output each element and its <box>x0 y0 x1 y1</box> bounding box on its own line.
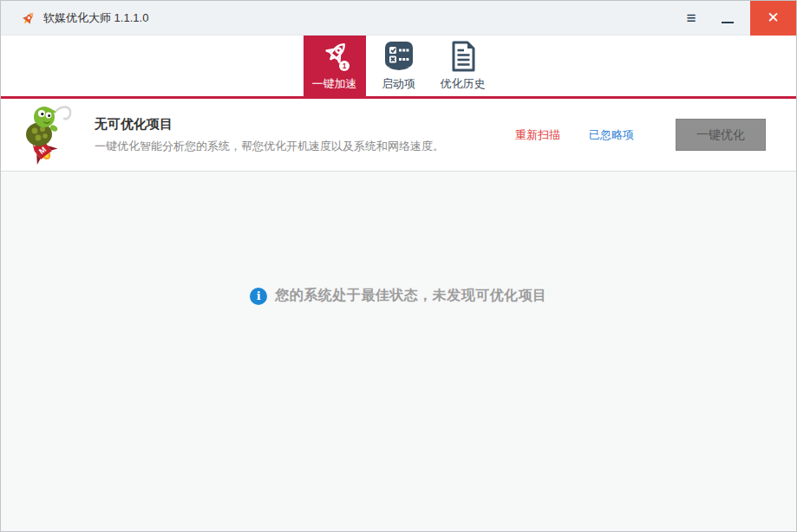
minimize-button[interactable] <box>710 1 745 36</box>
status-description: 一键优化智能分析您的系统，帮您优化开机速度以及系统和网络速度。 <box>95 139 444 154</box>
status-header: M 无可优化项目 一键优化智能分析您的系统，帮您优化开机速度以及系统和网络速度。… <box>1 99 796 172</box>
app-logo-rocket-icon <box>21 10 36 26</box>
empty-state: i 您的系统处于最佳状态，未发现可优化项目 <box>1 287 796 305</box>
title-bar: 软媒优化大师 1.1.1.0 ≡ ✕ <box>1 1 796 36</box>
hamburger-icon: ≡ <box>686 9 696 28</box>
minimize-icon <box>722 22 734 23</box>
empty-state-message: 您的系统处于最佳状态，未发现可优化项目 <box>275 287 547 305</box>
info-icon: i <box>250 288 267 305</box>
menu-button[interactable]: ≡ <box>674 1 709 36</box>
tab-startup-items[interactable]: 启动项 <box>368 36 430 96</box>
rocket-boost-icon: 1 <box>317 36 353 77</box>
tab-label: 启动项 <box>382 77 415 90</box>
close-icon: ✕ <box>767 9 779 27</box>
rescan-link[interactable]: 重新扫描 <box>515 127 560 143</box>
startup-checklist-icon <box>382 36 416 77</box>
tab-badge-count: 1 <box>342 62 346 70</box>
one-click-optimize-button[interactable]: 一键优化 <box>676 119 766 151</box>
tab-optimize-history[interactable]: 优化历史 <box>432 36 494 96</box>
close-button[interactable]: ✕ <box>750 1 796 36</box>
tab-quick-boost[interactable]: 1 一键加速 <box>304 36 366 96</box>
tab-label: 优化历史 <box>441 77 486 90</box>
window-title: 软媒优化大师 1.1.1.0 <box>43 10 148 26</box>
status-title: 无可优化项目 <box>95 116 444 133</box>
header-actions: 重新扫描 已忽略项 一键优化 <box>515 119 796 151</box>
nav-bar: 1 一键加速 启动项 <box>1 36 796 96</box>
history-document-icon <box>446 36 480 77</box>
turtle-rocket-mascot: M <box>18 102 81 168</box>
ignored-items-link[interactable]: 已忽略项 <box>589 127 634 143</box>
tab-label: 一键加速 <box>312 77 357 90</box>
header-text-block: 无可优化项目 一键优化智能分析您的系统，帮您优化开机速度以及系统和网络速度。 <box>95 116 444 154</box>
app-window: 软媒优化大师 1.1.1.0 ≡ ✕ 1 <box>0 0 797 532</box>
main-content: i 您的系统处于最佳状态，未发现可优化项目 <box>1 172 796 531</box>
